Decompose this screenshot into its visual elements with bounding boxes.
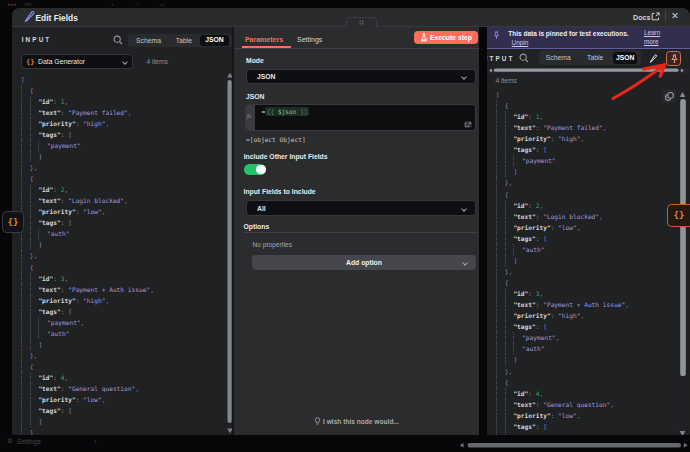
tab-json[interactable]: JSON <box>200 35 229 46</box>
add-option-button[interactable]: Add option <box>252 255 476 270</box>
edit-output-button[interactable] <box>645 52 661 66</box>
json-code-line: "id": 4, <box>487 388 679 399</box>
json-code-line: "tags": [ <box>487 421 679 432</box>
tab-table[interactable]: Table <box>587 54 603 61</box>
execute-step-button[interactable]: Execute step <box>414 31 478 44</box>
pencil-icon <box>649 54 658 63</box>
include-other-fields-label: Include Other Input Fields <box>244 153 328 160</box>
tab-table[interactable]: Table <box>176 37 192 44</box>
node-title[interactable]: Edit Fields <box>36 13 78 23</box>
learn-more-link[interactable]: Learn more <box>644 29 676 46</box>
json-code-line: "payment", <box>12 317 225 328</box>
chevron-down-icon <box>121 59 128 66</box>
output-vertical-scrollbar[interactable] <box>678 27 688 435</box>
active-tab-underline <box>242 46 291 48</box>
fx-gutter: fx <box>246 105 255 130</box>
output-horizontal-scrollbar[interactable] <box>487 68 690 73</box>
output-items-count: 4 items <box>496 77 517 84</box>
json-code-line: ] <box>12 416 225 427</box>
tab-settings[interactable]: Settings <box>297 36 322 43</box>
json-code-line: }, <box>12 162 225 173</box>
drag-dots-icon <box>359 20 364 25</box>
json-code-line: "text": "Login blocked", <box>487 211 679 222</box>
json-code-line: "tags": [ <box>12 129 225 140</box>
chevron-down-icon <box>461 206 468 213</box>
json-code-line: "id": 1, <box>487 111 679 122</box>
json-code-line: "id": 3, <box>12 273 225 284</box>
parameters-panel: Parameters Settings Execute step Mode JS… <box>234 27 479 435</box>
input-source-select[interactable]: {} Data Generator <box>21 54 134 69</box>
input-fields-to-include-label: Input Fields to Include <box>244 188 316 195</box>
unpin-link[interactable]: Unpin <box>512 39 529 46</box>
json-code-line: "id": 2, <box>487 200 679 211</box>
options-label: Options <box>244 223 270 230</box>
panel-divider <box>232 27 234 435</box>
json-code-line: "payment", <box>487 332 679 343</box>
panel-gutter[interactable] <box>479 27 487 435</box>
chevron-down-icon <box>461 74 468 81</box>
node-details-modal: Edit Fields Docs ✕ INPUT Schema Table JS… <box>12 8 690 435</box>
close-button[interactable]: ✕ <box>670 11 680 21</box>
output-json-view[interactable]: [{"id": 1,"text": "Payment failed","prio… <box>487 89 679 435</box>
lightbulb-icon <box>314 417 321 425</box>
json-code-line: [ <box>487 89 679 100</box>
json-code-line: "text": "General question", <box>487 399 679 410</box>
include-other-fields-toggle[interactable] <box>244 164 266 175</box>
json-code-line: "priority": "high", <box>487 133 679 144</box>
json-code-line: "tags": [ <box>487 321 679 332</box>
expand-expression-icon[interactable] <box>464 121 472 128</box>
external-link-icon[interactable] <box>651 12 660 21</box>
json-code-line: "tags": [ <box>487 144 679 155</box>
copy-icon <box>665 92 674 101</box>
panel-drag-handle[interactable] <box>346 17 378 27</box>
json-code-line: "payment" <box>487 155 679 166</box>
input-panel: INPUT Schema Table JSON {} Data Generato… <box>12 27 232 435</box>
json-code-line: "auth" <box>12 228 225 239</box>
json-code-line: ] <box>487 166 679 177</box>
copy-output-button[interactable] <box>662 89 677 103</box>
json-code-line: "text": "Payment failed", <box>12 107 225 118</box>
search-icon[interactable] <box>113 35 123 45</box>
json-code-line: "id": 1, <box>12 96 225 107</box>
pin-icon <box>493 31 500 41</box>
output-panel-flap[interactable]: {} <box>667 204 690 227</box>
json-code-line: "tags": [ <box>12 405 225 416</box>
input-json-view[interactable]: [{"id": 1,"text": "Payment failed","prio… <box>12 74 225 435</box>
tab-schema[interactable]: Schema <box>136 37 161 44</box>
json-code-line: "id": 3, <box>487 288 679 299</box>
json-expression-editor[interactable]: fx ={{ $json }} <box>245 104 476 131</box>
output-view-tabs: Schema Table JSON <box>539 50 641 65</box>
tab-schema[interactable]: Schema <box>546 54 571 61</box>
json-code-line: [ <box>12 74 225 85</box>
json-code-line: "priority": "low", <box>487 410 679 421</box>
json-code-line: } <box>12 427 225 434</box>
node-pencil-icon <box>24 10 35 22</box>
json-code-line: "auth" <box>487 343 679 354</box>
input-panel-flap[interactable]: {} <box>2 211 24 233</box>
pinned-data-banner: This data is pinned for test executions.… <box>487 27 690 49</box>
json-code-line: "auth" <box>487 244 679 255</box>
tab-parameters[interactable]: Parameters <box>245 36 283 43</box>
tab-json[interactable]: JSON <box>613 52 637 65</box>
json-code-line: { <box>487 277 679 288</box>
json-code-line: { <box>12 361 225 372</box>
docs-link[interactable]: Docs <box>633 13 651 22</box>
json-code-line: "tags": [ <box>12 306 225 317</box>
input-fields-select[interactable]: All <box>246 200 476 215</box>
json-code-line: "text": "Payment + Auth issue", <box>12 284 225 295</box>
node-feedback-hint[interactable]: I wish this node would... <box>234 417 479 425</box>
json-code-line: "payment" <box>12 140 225 151</box>
json-code-line: "text": "Payment + Auth issue", <box>487 299 679 310</box>
json-code-line: "priority": "high", <box>12 295 225 306</box>
json-code-line: }, <box>487 266 679 277</box>
pinned-banner-text: This data is pinned for test executions. <box>508 30 628 37</box>
search-icon[interactable] <box>519 53 529 63</box>
json-code-line: "text": "General question", <box>12 383 225 394</box>
json-code-line: }, <box>487 366 679 377</box>
json-code-line: { <box>12 173 225 184</box>
mode-select[interactable]: JSON <box>246 69 476 85</box>
options-divider <box>243 232 478 233</box>
json-code-line: "priority": "low", <box>12 394 225 405</box>
json-code-line: { <box>12 85 225 96</box>
json-code-line: "priority": "low", <box>12 206 225 217</box>
